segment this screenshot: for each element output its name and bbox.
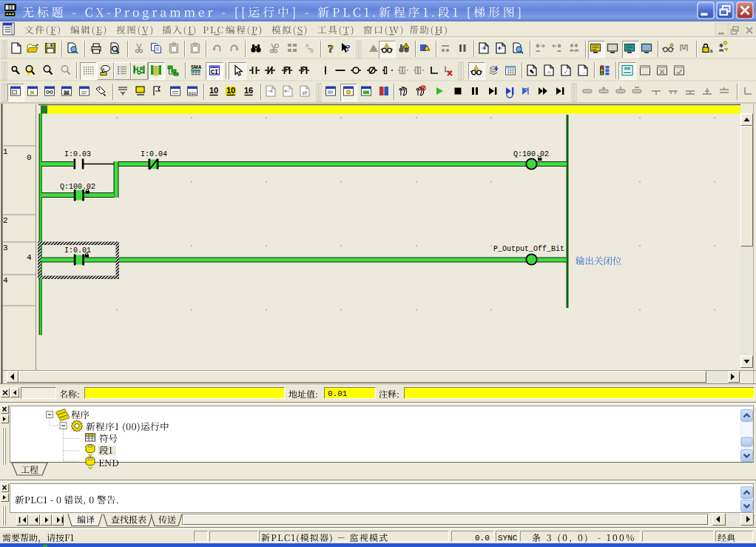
svg-text:CI: CI: [211, 69, 218, 76]
svg-text:?: ?: [345, 42, 351, 53]
svg-text:?: ?: [328, 43, 334, 55]
svg-text:✓: ✓: [564, 69, 569, 75]
svg-text:HH: HH: [624, 66, 630, 72]
svg-text:!: !: [405, 44, 407, 49]
svg-text:✎: ✎: [530, 69, 535, 75]
svg-text:10: 10: [209, 86, 218, 95]
svg-text:×: ×: [547, 69, 551, 75]
svg-text:001: 001: [189, 91, 197, 96]
svg-text:16: 16: [244, 86, 253, 95]
svg-text:w: w: [102, 67, 105, 71]
svg-text:⇄: ⇄: [303, 90, 308, 96]
svg-text:a: a: [710, 48, 713, 53]
svg-text:A: A: [306, 43, 309, 48]
svg-text:→: →: [580, 69, 586, 75]
svg-text:10: 10: [226, 86, 235, 95]
svg-text:SMA: SMA: [191, 64, 202, 70]
